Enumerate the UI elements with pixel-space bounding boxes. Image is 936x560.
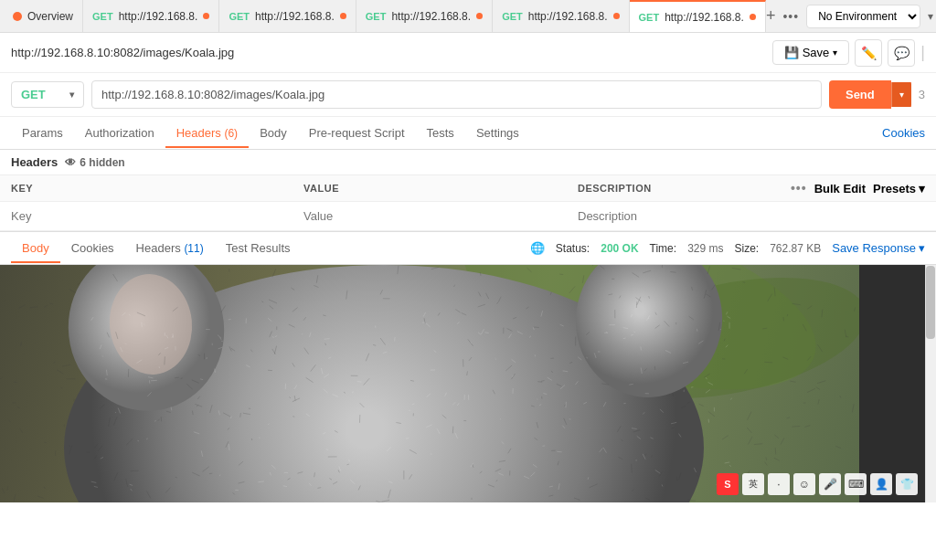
- edit-button[interactable]: ✏️: [855, 39, 882, 67]
- tab-5[interactable]: GET http://192.168.8.: [630, 0, 766, 32]
- tab-prerequest[interactable]: Pre-request Script: [298, 119, 416, 147]
- tab2-dot: [340, 13, 346, 19]
- comment-icon: 💬: [894, 46, 909, 60]
- request-tabs-nav: Params Authorization Headers (6) Body Pr…: [0, 117, 936, 150]
- environment-select[interactable]: No Environment: [806, 5, 920, 28]
- more-options-icon[interactable]: •••: [791, 181, 807, 195]
- send-caret-button[interactable]: ▾: [891, 82, 911, 107]
- bulk-edit-button[interactable]: Bulk Edit: [814, 182, 866, 195]
- toolbar-keyboard-icon[interactable]: ⌨: [845, 473, 867, 495]
- scrollbar-track[interactable]: [925, 265, 936, 502]
- eye-icon: 👁: [65, 156, 76, 169]
- tab-1[interactable]: GET http://192.168.8.: [83, 0, 219, 32]
- method-value: GET: [21, 88, 46, 101]
- tab-tests[interactable]: Tests: [416, 119, 465, 147]
- resp-tab-body[interactable]: Body: [11, 234, 60, 262]
- tab5-method: GET: [639, 12, 660, 23]
- method-caret: ▾: [69, 90, 74, 100]
- tab4-dot: [613, 13, 620, 19]
- cookies-link[interactable]: Cookies: [882, 126, 925, 140]
- tab-bar: Overview GET http://192.168.8. GET http:…: [0, 0, 936, 33]
- tab-overview-label: Overview: [27, 10, 73, 23]
- address-bar: http://192.168.8.10:8082/images/Koala.jp…: [0, 33, 936, 73]
- tab-headers[interactable]: Headers (6): [165, 119, 249, 147]
- tab-settings[interactable]: Settings: [465, 119, 530, 147]
- edit-icon: ✏️: [861, 46, 877, 60]
- value-input[interactable]: [303, 209, 578, 223]
- toolbar-text-icon[interactable]: 英: [742, 473, 764, 495]
- save-response-button[interactable]: Save Response ▾: [832, 241, 925, 255]
- tab-params[interactable]: Params: [11, 119, 74, 147]
- tab1-method: GET: [92, 11, 113, 22]
- tab-2[interactable]: GET http://192.168.8.: [219, 0, 356, 32]
- header-input-row: [0, 202, 936, 231]
- comment-button[interactable]: 💬: [888, 39, 915, 67]
- headers-section-header: Headers 👁 6 hidden: [0, 150, 936, 175]
- response-tabs: Body Cookies Headers (11) Test Results 🌐…: [0, 232, 936, 265]
- hidden-badge: 👁 6 hidden: [65, 156, 124, 169]
- key-input[interactable]: [11, 209, 303, 223]
- resp-tab-test-results[interactable]: Test Results: [215, 234, 302, 262]
- status-label: Status:: [556, 242, 590, 255]
- col-actions: ••• Bulk Edit Presets ▾: [791, 181, 925, 195]
- tab5-dot: [750, 14, 756, 20]
- tab-4[interactable]: GET http://192.168.8.: [493, 0, 629, 32]
- desc-input[interactable]: [578, 209, 925, 223]
- more-tabs-button[interactable]: •••: [782, 9, 799, 24]
- response-section: Body Cookies Headers (11) Test Results 🌐…: [0, 231, 936, 502]
- toolbar-dot-icon[interactable]: ·: [768, 473, 790, 495]
- tab1-label: http://192.168.8.: [119, 10, 198, 23]
- koala-image: [0, 265, 859, 502]
- headers-badge: (6): [224, 127, 238, 140]
- desc-input-cell: [578, 209, 925, 223]
- tab3-dot: [476, 13, 483, 19]
- status-value: 200 OK: [601, 242, 638, 255]
- headers-label: Headers 👁 6 hidden: [11, 155, 925, 169]
- tab2-label: http://192.168.8.: [255, 10, 335, 23]
- resp-status-bar: 🌐 Status: 200 OK Time: 329 ms Size: 762.…: [530, 241, 925, 255]
- new-tab-button[interactable]: +: [766, 6, 776, 26]
- divider: |: [920, 43, 925, 62]
- col-desc-header: DESCRIPTION: [578, 183, 791, 194]
- tab-3[interactable]: GET http://192.168.8.: [356, 0, 493, 32]
- tab2-method: GET: [229, 11, 250, 22]
- url-input[interactable]: [91, 80, 822, 109]
- overview-icon: [13, 12, 22, 21]
- response-body: S 英 · ☺ 🎤 ⌨ 👤 👕: [0, 265, 936, 502]
- tab-authorization[interactable]: Authorization: [74, 119, 165, 147]
- key-input-cell: [11, 209, 303, 223]
- save-icon: 💾: [784, 46, 799, 59]
- col-key-header: KEY: [11, 183, 303, 194]
- tab-overview[interactable]: Overview: [4, 0, 83, 32]
- size-value: 762.87 KB: [770, 242, 821, 255]
- value-input-cell: [303, 209, 578, 223]
- address-actions: 💾 Save ▾ ✏️ 💬 |: [772, 39, 925, 67]
- env-caret: ▾: [928, 10, 933, 23]
- resp-tab-headers[interactable]: Headers (11): [125, 234, 215, 262]
- method-select[interactable]: GET ▾: [11, 81, 84, 108]
- tab-body[interactable]: Body: [249, 119, 298, 147]
- scrollbar-thumb[interactable]: [926, 266, 935, 339]
- tab1-dot: [203, 13, 209, 19]
- send-main-button[interactable]: Send: [829, 80, 891, 109]
- toolbar-mic-icon[interactable]: 🎤: [819, 473, 841, 495]
- toolbar-smiley-icon[interactable]: ☺: [793, 473, 815, 495]
- request-bar: GET ▾ Send ▾ 3: [0, 73, 936, 117]
- time-value: 329 ms: [687, 242, 723, 255]
- toolbar-person-icon[interactable]: 👤: [870, 473, 892, 495]
- toolbar-icon-s[interactable]: S: [717, 473, 739, 495]
- save-label: Save: [803, 46, 830, 59]
- presets-button[interactable]: Presets ▾: [873, 182, 925, 195]
- address-url: http://192.168.8.10:8082/images/Koala.jp…: [11, 46, 772, 59]
- tab5-label: http://192.168.8.: [665, 11, 744, 24]
- save-caret: ▾: [833, 48, 837, 58]
- resp-headers-badge: (11): [184, 242, 203, 255]
- tab3-method: GET: [366, 11, 387, 22]
- globe-icon: 🌐: [530, 241, 545, 255]
- size-label: Size:: [734, 242, 759, 255]
- headers-table-header: KEY VALUE DESCRIPTION ••• Bulk Edit Pres…: [0, 175, 936, 202]
- toolbar-tshirt-icon[interactable]: 👕: [896, 473, 918, 495]
- save-button[interactable]: 💾 Save ▾: [772, 40, 850, 65]
- col-value-header: VALUE: [303, 183, 578, 194]
- resp-tab-cookies[interactable]: Cookies: [60, 234, 125, 262]
